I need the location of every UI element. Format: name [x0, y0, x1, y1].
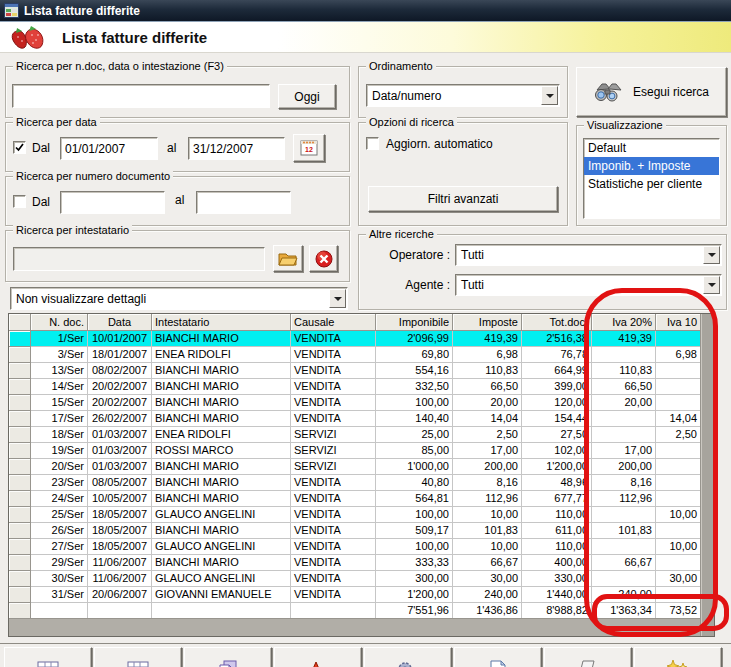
table-cell[interactable]: 18/01/2007 — [88, 347, 152, 363]
table-cell[interactable]: 14,04 — [656, 411, 700, 427]
table-cell[interactable]: 200,00 — [592, 459, 656, 475]
toolbar-table-report2-button[interactable] — [94, 647, 182, 667]
table-cell[interactable]: 120,00 — [522, 395, 592, 411]
table-cell[interactable]: 08/05/2007 — [88, 475, 152, 491]
table-cell[interactable]: 17,00 — [592, 443, 656, 459]
table-cell[interactable] — [656, 459, 700, 475]
table-cell[interactable]: 20,00 — [453, 395, 522, 411]
table-cell[interactable]: 14/Ser — [31, 379, 88, 395]
operatore-combobox[interactable]: Tutti — [455, 244, 722, 266]
table-cell[interactable]: 2'096,99 — [376, 331, 453, 347]
column-header[interactable]: N. doc. — [31, 314, 88, 331]
toolbar-wizard-button[interactable] — [634, 647, 722, 667]
table-cell[interactable]: BIANCHI MARIO — [152, 363, 291, 379]
table-cell[interactable]: 677,77 — [522, 491, 592, 507]
table-cell[interactable]: ENEA RIDOLFI — [152, 347, 291, 363]
table-cell[interactable]: 25/Ser — [31, 507, 88, 523]
table-cell[interactable]: 48,96 — [522, 475, 592, 491]
table-row[interactable]: 19/Ser01/03/2007ROSSI MARCOSERVIZI85,001… — [9, 443, 701, 459]
table-cell[interactable]: 10/01/2007 — [88, 331, 152, 347]
table-row[interactable]: 3/Ser18/01/2007ENEA RIDOLFIVENDITA69,806… — [9, 347, 701, 363]
ordinamento-combobox[interactable]: Data/numero — [366, 84, 560, 107]
visualizzazione-listbox[interactable]: DefaultImponib. + ImposteStatistiche per… — [583, 138, 720, 219]
row-selector[interactable] — [9, 314, 31, 331]
table-cell[interactable]: 26/02/2007 — [88, 411, 152, 427]
row-selector[interactable] — [9, 427, 31, 443]
table-cell[interactable]: VENDITA — [291, 379, 376, 395]
table-cell[interactable]: 240,00 — [592, 587, 656, 603]
table-cell[interactable]: 2'516,38 — [522, 331, 592, 347]
table-cell[interactable]: 564,81 — [376, 491, 453, 507]
table-cell[interactable]: VENDITA — [291, 555, 376, 571]
column-header[interactable]: Iva 20% — [592, 314, 656, 331]
visualizzazione-item[interactable]: Imponib. + Imposte — [584, 157, 719, 175]
table-row[interactable]: 31/Ser20/06/2007GIOVANNI EMANUELEVENDITA… — [9, 587, 701, 603]
operatore-combobox-button[interactable] — [703, 246, 720, 264]
table-cell[interactable]: GLAUCO ANGELINI — [152, 539, 291, 555]
row-selector[interactable] — [9, 443, 31, 459]
table-cell[interactable]: 8,16 — [453, 475, 522, 491]
filtri-avanzati-button[interactable]: Filtri avanzati — [368, 186, 558, 212]
table-cell[interactable] — [291, 603, 376, 619]
table-cell[interactable]: 10,00 — [656, 507, 700, 523]
table-cell[interactable]: 1'436,86 — [453, 603, 522, 619]
table-row[interactable]: 26/Ser18/05/2007BIANCHI MARIOVENDITA509,… — [9, 523, 701, 539]
table-cell[interactable]: 66,50 — [453, 379, 522, 395]
agente-combobox[interactable]: Tutti — [455, 274, 722, 296]
ordinamento-combobox-button[interactable] — [541, 86, 558, 105]
table-cell[interactable]: 332,50 — [376, 379, 453, 395]
table-cell[interactable]: 30/Ser — [31, 571, 88, 587]
table-cell[interactable]: 15/Ser — [31, 395, 88, 411]
table-cell[interactable]: 419,39 — [592, 331, 656, 347]
row-selector[interactable] — [9, 523, 31, 539]
table-cell[interactable]: 01/03/2007 — [88, 459, 152, 475]
row-selector[interactable] — [9, 331, 31, 347]
row-selector[interactable] — [9, 539, 31, 555]
table-cell[interactable]: 27,50 — [522, 427, 592, 443]
table-cell[interactable]: VENDITA — [291, 347, 376, 363]
table-cell[interactable]: 17/Ser — [31, 411, 88, 427]
docnum-to-input[interactable] — [196, 191, 291, 214]
row-selector[interactable] — [9, 363, 31, 379]
table-cell[interactable]: 8'988,82 — [522, 603, 592, 619]
table-row[interactable]: 27/Ser18/05/2007GLAUCO ANGELINIVENDITA10… — [9, 539, 701, 555]
table-row[interactable]: 29/Ser11/06/2007BIANCHI MARIOVENDITA333,… — [9, 555, 701, 571]
table-cell[interactable] — [592, 507, 656, 523]
table-cell[interactable]: 76,78 — [522, 347, 592, 363]
table-cell[interactable]: 40,80 — [376, 475, 453, 491]
table-cell[interactable]: 554,16 — [376, 363, 453, 379]
table-cell[interactable] — [656, 555, 700, 571]
table-cell[interactable]: 30,00 — [656, 571, 700, 587]
table-cell[interactable]: 19/Ser — [31, 443, 88, 459]
holder-browse-button[interactable] — [273, 245, 303, 272]
table-cell[interactable]: 101,83 — [453, 523, 522, 539]
table-cell[interactable]: 1'363,34 — [592, 603, 656, 619]
table-cell[interactable]: 18/05/2007 — [88, 523, 152, 539]
table-cell[interactable]: 110,00 — [522, 539, 592, 555]
table-cell[interactable]: 13/Ser — [31, 363, 88, 379]
today-button[interactable]: Oggi — [278, 84, 336, 109]
table-cell[interactable]: VENDITA — [291, 523, 376, 539]
table-cell[interactable]: 664,99 — [522, 363, 592, 379]
table-cell[interactable] — [592, 539, 656, 555]
visualizzazione-item[interactable]: Statistiche per cliente — [584, 175, 719, 193]
table-cell[interactable]: 2,50 — [656, 427, 700, 443]
table-cell[interactable] — [656, 475, 700, 491]
table-cell[interactable]: 17,00 — [453, 443, 522, 459]
table-cell[interactable]: ROSSI MARCO — [152, 443, 291, 459]
holder-clear-button[interactable] — [309, 245, 338, 272]
table-cell[interactable] — [656, 587, 700, 603]
table-cell[interactable]: 18/Ser — [31, 427, 88, 443]
details-combobox-button[interactable] — [329, 289, 346, 308]
table-cell[interactable]: 18/05/2007 — [88, 507, 152, 523]
row-selector[interactable] — [9, 555, 31, 571]
table-cell[interactable]: 1'000,00 — [376, 459, 453, 475]
table-cell[interactable]: SERVIZI — [291, 443, 376, 459]
date-from-input[interactable] — [60, 137, 158, 160]
table-row[interactable]: 13/Ser08/02/2007BIANCHI MARIOVENDITA554,… — [9, 363, 701, 379]
table-cell[interactable]: VENDITA — [291, 539, 376, 555]
table-cell[interactable]: 400,00 — [522, 555, 592, 571]
table-cell[interactable]: 110,83 — [592, 363, 656, 379]
table-cell[interactable]: VENDITA — [291, 395, 376, 411]
table-cell[interactable] — [31, 603, 88, 619]
